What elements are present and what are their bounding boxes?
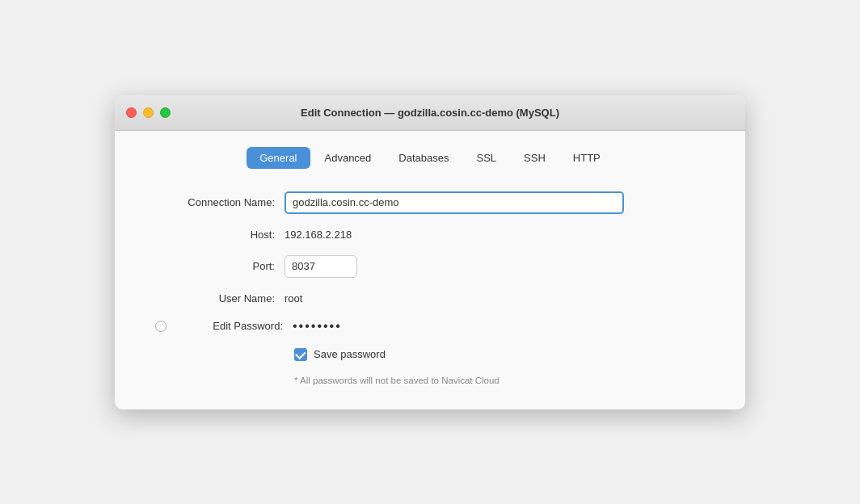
port-row: Port: — [155, 255, 705, 278]
port-input[interactable] — [285, 255, 357, 278]
host-value: 192.168.2.218 — [285, 229, 352, 241]
connection-name-label: Connection Name: — [155, 196, 285, 208]
password-value: •••••••• — [293, 319, 342, 334]
host-row: Host: 192.168.2.218 — [155, 229, 705, 241]
password-label: Edit Password: — [173, 320, 293, 332]
window: Edit Connection — godzilla.cosin.cc-demo… — [115, 95, 745, 410]
save-password-row: Save password — [294, 348, 705, 361]
window-title: Edit Connection — godzilla.cosin.cc-demo… — [301, 107, 559, 119]
connection-name-row: Connection Name: — [155, 191, 705, 214]
save-password-checkbox[interactable] — [294, 348, 307, 361]
tab-http[interactable]: HTTP — [560, 147, 613, 169]
username-label: User Name: — [155, 292, 285, 304]
password-radio[interactable] — [155, 321, 167, 332]
connection-form: Connection Name: Host: 192.168.2.218 Por… — [139, 191, 721, 385]
tab-ssl[interactable]: SSL — [463, 147, 509, 169]
titlebar: Edit Connection — godzilla.cosin.cc-demo… — [115, 95, 745, 131]
password-row: Edit Password: •••••••• — [155, 319, 705, 334]
tab-ssh[interactable]: SSH — [511, 147, 559, 169]
host-label: Host: — [155, 229, 285, 241]
navicat-cloud-note: * All passwords will not be saved to Nav… — [294, 376, 705, 385]
port-label: Port: — [155, 260, 285, 272]
username-value: root — [285, 292, 302, 304]
tab-databases[interactable]: Databases — [386, 147, 462, 169]
maximize-button[interactable] — [160, 107, 171, 118]
close-button[interactable] — [126, 107, 137, 118]
save-password-label: Save password — [314, 348, 386, 360]
content-area: General Advanced Databases SSL SSH HTTP … — [115, 131, 745, 410]
minimize-button[interactable] — [143, 107, 154, 118]
connection-name-input[interactable] — [285, 191, 624, 214]
tab-general[interactable]: General — [247, 147, 310, 169]
tab-bar: General Advanced Databases SSL SSH HTTP — [139, 147, 721, 169]
traffic-lights — [126, 107, 171, 118]
tab-advanced[interactable]: Advanced — [312, 147, 385, 169]
username-row: User Name: root — [155, 292, 705, 304]
